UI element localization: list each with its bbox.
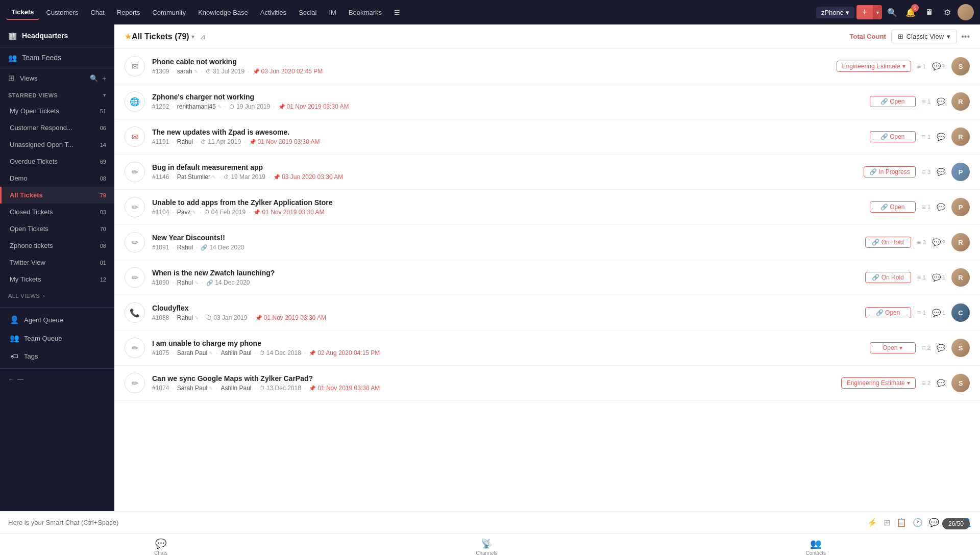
title-chevron-icon[interactable]: ▾: [191, 33, 194, 40]
comment-icon: 💬: [937, 379, 945, 387]
smart-chat-input[interactable]: [8, 519, 861, 526]
nav-tickets[interactable]: Tickets: [6, 5, 39, 20]
chat-icon-1[interactable]: ⚡: [867, 518, 877, 527]
collapse-label: —: [17, 376, 23, 383]
user-avatar[interactable]: [958, 4, 974, 20]
sidebar-tags[interactable]: 🏷 Tags: [0, 347, 114, 365]
sidebar-item-closed-tickets[interactable]: Closed Tickets 03: [0, 203, 114, 220]
status-badge[interactable]: Engineering Estimate ▾: [837, 61, 911, 72]
sidebar-item-my-tickets[interactable]: My Tickets 12: [0, 271, 114, 288]
table-row[interactable]: ✉ Phone cable not working #1309 · sarah …: [114, 49, 980, 84]
table-row[interactable]: ✏ I am unable to charge my phone #1075 ·…: [114, 330, 980, 366]
nav-social[interactable]: Social: [293, 6, 322, 19]
chat-icon-5[interactable]: 💬: [929, 518, 939, 527]
status-badge[interactable]: 🔗 Open: [870, 131, 916, 142]
ticket-main: Cloudyflex #1088 · Rahul ✎ · ⏱ 03 Jan 20…: [152, 304, 858, 321]
nav-customers[interactable]: Customers: [41, 6, 84, 19]
sidebar-item-zphone-tickets[interactable]: Zphone tickets 08: [0, 237, 114, 254]
status-chevron-icon: ▾: [902, 63, 905, 70]
ticket-created: ⏱ 03 Jan 2019: [206, 314, 247, 321]
total-count-button[interactable]: Total Count: [849, 33, 886, 40]
chat-icon-4[interactable]: 🕐: [913, 518, 923, 527]
settings-button[interactable]: ⚙: [939, 4, 955, 20]
ticket-title: Unable to add apps from the Zylker Appli…: [152, 198, 863, 207]
screen-share-button[interactable]: 🖥: [921, 4, 937, 20]
status-badge[interactable]: 🔗 Open: [865, 307, 911, 318]
status-badge[interactable]: Engineering Estimate ▾: [841, 377, 916, 389]
table-row[interactable]: ✏ Can we sync Google Maps with Zylker Ca…: [114, 366, 980, 401]
table-row[interactable]: 🌐 Zphone's charger not working #1252 · r…: [114, 84, 980, 119]
ticket-main: When is the new Zwatch launching? #1090 …: [152, 269, 858, 286]
thread-icon: ≡2: [922, 344, 930, 352]
status-badge[interactable]: 🔗 In Progress: [864, 166, 916, 177]
sidebar-item-my-open-tickets[interactable]: My Open Tickets 51: [0, 103, 114, 119]
classic-view-button[interactable]: ⊞ Classic View ▾: [891, 30, 957, 43]
chat-icon-3[interactable]: 📋: [896, 518, 906, 527]
sidebar-item-label: All Tickets: [10, 191, 95, 199]
ticket-id: #1090: [152, 279, 169, 286]
table-row[interactable]: ✏ Bug in default measurement app #1146 ·…: [114, 155, 980, 190]
sidebar-item-unassigned-open[interactable]: Unassigned Open T... 14: [0, 136, 114, 153]
nav-knowledge-base[interactable]: Knowledge Base: [193, 6, 253, 19]
nav-menu-icon[interactable]: ☰: [389, 6, 405, 19]
sidebar-item-all-tickets[interactable]: All Tickets 79: [0, 187, 114, 203]
nav-community[interactable]: Community: [147, 6, 191, 19]
sidebar-item-customer-respond[interactable]: Customer Respond... 06: [0, 119, 114, 136]
search-button[interactable]: 🔍: [884, 4, 900, 20]
status-badge[interactable]: 🔗 On Hold: [865, 237, 911, 248]
status-badge[interactable]: Open ▾: [870, 342, 916, 353]
bottom-nav-contacts[interactable]: 👥 Contacts: [802, 536, 830, 558]
ticket-id: #1088: [152, 314, 169, 321]
views-add-icon[interactable]: +: [102, 74, 106, 82]
sidebar-item-label: My Tickets: [10, 275, 95, 283]
sidebar-headquarters[interactable]: 🏢 Headquarters: [0, 24, 114, 47]
ticket-main: Phone cable not working #1309 · sarah ✎ …: [152, 58, 829, 75]
ticket-id: #1146: [152, 173, 169, 181]
bottom-nav-chats[interactable]: 💬 Chats: [150, 536, 172, 558]
table-row[interactable]: ✉ The new updates with Zpad is awesome. …: [114, 119, 980, 155]
star-icon[interactable]: ★: [125, 32, 132, 41]
ticket-actions: Engineering Estimate ▾ ≡1 💬1 S: [837, 57, 970, 75]
sidebar-all-views[interactable]: ALL VIEWS ›: [0, 288, 114, 304]
sidebar-team-feeds[interactable]: 👥 Team Feeds: [0, 47, 114, 68]
sidebar-item-twitter-view[interactable]: Twitter View 01: [0, 254, 114, 271]
table-row[interactable]: 📞 Cloudyflex #1088 · Rahul ✎ · ⏱ 03 Jan …: [114, 295, 980, 330]
bottom-nav-channels[interactable]: 📡 Channels: [472, 536, 501, 558]
ticket-created: 🔗 14 Dec 2020: [201, 244, 244, 251]
chat-icon-2[interactable]: ⊞: [884, 518, 890, 527]
ticket-due: 📌 01 Nov 2019 03:30 AM: [278, 103, 349, 110]
sidebar-views-row[interactable]: ⊞ Views 🔍 +: [0, 68, 114, 88]
table-row[interactable]: ✏ Unable to add apps from the Zylker App…: [114, 190, 980, 225]
nav-activities[interactable]: Activities: [255, 6, 291, 19]
contacts-label: Contacts: [806, 550, 826, 556]
sidebar-agent-queue[interactable]: 👤 Agent Queue: [0, 311, 114, 329]
nav-reports[interactable]: Reports: [112, 6, 145, 19]
classic-view-label: Classic View: [906, 33, 944, 40]
filter-icon[interactable]: ⊿: [200, 33, 206, 41]
ticket-main: Can we sync Google Maps with Zylker CarP…: [152, 374, 834, 392]
sidebar-collapse-button[interactable]: ← —: [0, 372, 114, 387]
status-badge[interactable]: 🔗 Open: [870, 201, 916, 213]
zphone-button[interactable]: zPhone ▾: [816, 7, 854, 18]
sidebar-item-demo[interactable]: Demo 08: [0, 170, 114, 187]
nav-bookmarks[interactable]: Bookmarks: [344, 6, 387, 19]
sidebar-item-overdue-tickets[interactable]: Overdue Tickets 69: [0, 153, 114, 170]
nav-chat[interactable]: Chat: [85, 6, 109, 19]
table-row[interactable]: ✏ New Year Discounts!! #1091 · Rahul · 🔗…: [114, 225, 980, 260]
views-search-icon[interactable]: 🔍: [90, 74, 98, 82]
sidebar-team-queue[interactable]: 👥 Team Queue: [0, 329, 114, 347]
status-badge[interactable]: 🔗 Open: [870, 96, 916, 107]
sidebar-item-label: Zphone tickets: [10, 242, 95, 249]
ticket-type-icon: ✏: [125, 232, 145, 252]
sidebar-item-count: 01: [100, 260, 106, 266]
more-options-button[interactable]: •••: [961, 32, 970, 41]
add-button[interactable]: +: [856, 5, 873, 19]
table-row[interactable]: ✏ When is the new Zwatch launching? #109…: [114, 260, 980, 295]
add-button-arrow[interactable]: ▾: [873, 5, 882, 19]
sidebar-item-open-tickets[interactable]: Open Tickets 70: [0, 220, 114, 237]
ticket-actions: 🔗 Open ≡1 💬 R: [870, 128, 970, 146]
status-badge[interactable]: 🔗 On Hold: [865, 272, 911, 283]
notification-badge: 5: [911, 4, 919, 12]
starred-views-header[interactable]: STARRED VIEWS ▾: [0, 88, 114, 103]
nav-im[interactable]: IM: [324, 6, 341, 19]
